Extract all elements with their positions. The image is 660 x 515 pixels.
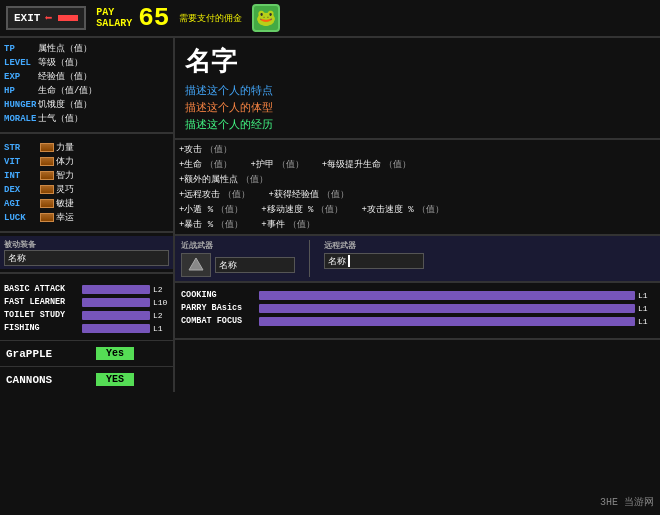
watermark: 3HE 当游网 (600, 495, 654, 509)
skill-level-toilet-study: L2 (153, 311, 169, 320)
divider3 (0, 272, 173, 274)
pay-label: PAY (96, 7, 132, 18)
int-icon (40, 171, 54, 180)
cannons-name: CANNONS (6, 374, 96, 386)
char-desc-2: 描述这个人的体型 (185, 100, 650, 115)
skill-cooking[interactable]: COOKING L1 (181, 290, 654, 300)
char-desc-3: 描述这个人的经历 (185, 117, 650, 132)
stats-block: TP 属性点（值） LEVEL 等级（值） EXP 经验值（值） HP 生命（值… (0, 38, 173, 129)
luck-icon (40, 213, 54, 222)
skill-bar-fishing (82, 324, 150, 333)
exit-arrow-icon: ⬅ (44, 10, 52, 26)
equip-area: 近战武器 名称 远程武器 名称 (175, 236, 660, 283)
skill-name-basic-attack: BASIC ATTACK (4, 284, 79, 294)
attr-agi: AGI 敏捷 (4, 197, 169, 210)
skill-name-cooking: COOKING (181, 290, 256, 300)
skill-level-cooking: L1 (638, 291, 654, 300)
char-name: 名字 (185, 44, 650, 79)
agi-icon (40, 199, 54, 208)
ranged-section: 远程武器 名称 (324, 240, 424, 269)
ranged-label: 远程武器 (324, 240, 424, 251)
skill-bar-combat-focus (259, 317, 635, 326)
equip-sep (309, 240, 310, 277)
skills-col-left: BASIC ATTACK L2 FAST LEARNER L10 TOILET … (0, 277, 173, 340)
stat-hunger: HUNGER 饥饿度（值） (4, 98, 169, 111)
grapple-row: GraPPLE Yes (0, 340, 173, 366)
skill-fishing[interactable]: FISHING L1 (4, 323, 169, 333)
grapple-name: GraPPLE (6, 348, 96, 360)
attr-detail-vit: +生命 （值） +护甲 （值） +每级提升生命 （值） (179, 158, 656, 171)
skill-name-fast-learner: FAST LEARNER (4, 297, 79, 307)
skill-bar-cooking (259, 291, 635, 300)
stat-hp: HP 生命（值/值） (4, 84, 169, 97)
skill-bar-toilet-study (82, 311, 150, 320)
equip-passive-area: 被动装备 名称 (0, 236, 173, 269)
passive-label: 被动装备 (4, 239, 169, 250)
attrs-block: STR 力量 VIT 体力 INT 智力 DEX 灵巧 AGI (0, 137, 173, 228)
attr-detail-str: +攻击 （值） (179, 143, 656, 156)
skill-name-fishing: FISHING (4, 323, 79, 333)
attr-detail-dex: +远程攻击 （值） +获得经验值 （值） (179, 188, 656, 201)
bottom-status: GraPPLE Yes CANNONS YES (0, 340, 173, 392)
skill-name-parry-basics: PARRY BAsics (181, 303, 256, 313)
melee-icon (181, 253, 211, 277)
right-column: 名字 描述这个人的特点 描述这个人的体型 描述这个人的经历 +攻击 （值） +生… (175, 38, 660, 392)
content-area: TP 属性点（值） LEVEL 等级（值） EXP 经验值（值） HP 生命（值… (0, 38, 660, 392)
stat-morale: MORALE 士气（值） (4, 112, 169, 125)
skill-bar-parry-basics (259, 304, 635, 313)
skill-parry-basics[interactable]: PARRY BAsics L1 (181, 303, 654, 313)
str-icon (40, 143, 54, 152)
salary-amount: 65 (138, 5, 169, 31)
attr-detail-int: +额外的属性点 （值） (179, 173, 656, 186)
attr-str: STR 力量 (4, 141, 169, 154)
attr-dex: DEX 灵巧 (4, 183, 169, 196)
ranged-name: 名称 (328, 255, 346, 268)
attr-detail: +攻击 （值） +生命 （值） +护甲 （值） +每级提升生命 （值） +额外的… (175, 140, 660, 236)
grapple-value: Yes (96, 347, 134, 360)
frog-icon: 🐸 (252, 4, 280, 32)
exit-button[interactable]: EXIT ⬅ (6, 6, 86, 30)
skill-name-combat-focus: COMBAT FOCUS (181, 316, 256, 326)
top-bar: EXIT ⬅ PAY SALARY 65 需要支付的佣金 🐸 (0, 0, 660, 38)
skill-level-basic-attack: L2 (153, 285, 169, 294)
stat-level: LEVEL 等级（值） (4, 56, 169, 69)
left-column: TP 属性点（值） LEVEL 等级（值） EXP 经验值（值） HP 生命（值… (0, 38, 175, 392)
melee-section: 近战武器 名称 (181, 240, 295, 277)
skill-level-parry-basics: L1 (638, 304, 654, 313)
attr-luck: LUCK 幸运 (4, 211, 169, 224)
cannons-row: CANNONS YES (0, 366, 173, 392)
salary-label: SALARY (96, 18, 132, 29)
divider2 (0, 231, 173, 233)
char-desc-1: 描述这个人的特点 (185, 83, 650, 98)
skill-name-toilet-study: TOILET STUDY (4, 310, 79, 320)
exit-label: EXIT (14, 12, 40, 24)
dex-icon (40, 185, 54, 194)
melee-name-box[interactable]: 名称 (215, 257, 295, 273)
exit-red-bar (58, 15, 78, 21)
ranged-name-box[interactable]: 名称 (324, 253, 424, 269)
passive-name: 名称 (8, 252, 26, 265)
skill-bar-basic-attack (82, 285, 150, 294)
skill-toilet-study[interactable]: TOILET STUDY L2 (4, 310, 169, 320)
skill-level-fishing: L1 (153, 324, 169, 333)
attr-int: INT 智力 (4, 169, 169, 182)
skill-basic-attack[interactable]: BASIC ATTACK L2 (4, 284, 169, 294)
skill-combat-focus[interactable]: COMBAT FOCUS L1 (181, 316, 654, 326)
skill-bar-fast-learner (82, 298, 150, 307)
pay-section: PAY SALARY 65 需要支付的佣金 🐸 (96, 4, 280, 32)
skill-fast-learner[interactable]: FAST LEARNER L10 (4, 297, 169, 307)
stat-exp: EXP 经验值（值） (4, 70, 169, 83)
passive-slot[interactable]: 名称 (4, 250, 169, 266)
text-cursor (348, 255, 350, 267)
skill-level-combat-focus: L1 (638, 317, 654, 326)
attr-detail-luck: +暴击 % （值） +事件 （值） (179, 218, 656, 231)
right-bottom-pad (175, 340, 660, 392)
vit-icon (40, 157, 54, 166)
divider1 (0, 132, 173, 134)
attr-detail-agi: +小遁 % （值） +移动速度 % （值） +攻击速度 % （值） (179, 203, 656, 216)
melee-name: 名称 (219, 259, 237, 272)
melee-label: 近战武器 (181, 240, 295, 251)
salary-desc: 需要支付的佣金 (179, 12, 242, 25)
stat-tp: TP 属性点（值） (4, 42, 169, 55)
char-info: 名字 描述这个人的特点 描述这个人的体型 描述这个人的经历 (175, 38, 660, 140)
